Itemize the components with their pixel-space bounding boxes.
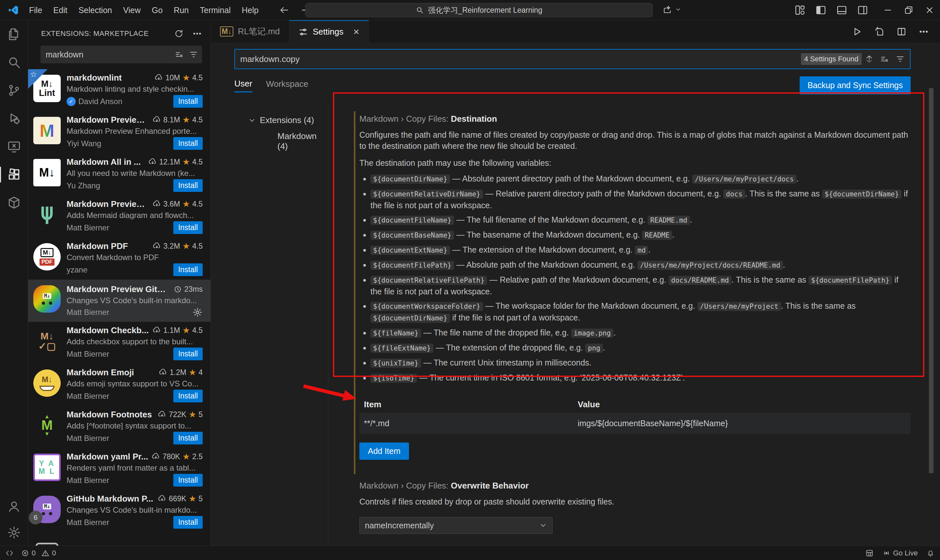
broadcast-icon xyxy=(882,549,891,557)
history-clock-icon xyxy=(173,285,182,294)
extension-item-markdown-preview-mermaid[interactable]: ⋔ Markdown Preview... 3.6M★4.5 Adds Merm… xyxy=(28,195,211,238)
rating-star-icon: ★ xyxy=(182,157,190,167)
variable-bullet: ${fileExtName} — The extension of the dr… xyxy=(371,342,911,354)
install-button[interactable]: Install xyxy=(173,516,203,529)
problems-indicator[interactable]: 0 0 xyxy=(21,549,56,557)
extensions-icon[interactable] xyxy=(0,160,28,189)
extension-item-markdown-footnotes[interactable]: ▲M▼ Markdown Footnotes 722K★5 Adds [^foo… xyxy=(28,406,211,448)
downloads-icon xyxy=(152,200,161,209)
source-control-icon[interactable] xyxy=(0,76,28,105)
menu-view[interactable]: View xyxy=(117,0,146,20)
toggle-secondary-sidebar-icon[interactable] xyxy=(857,5,868,16)
downloads-icon xyxy=(158,368,168,377)
settings-search-box[interactable]: 4 Settings Found xyxy=(234,49,911,69)
filter-icon[interactable] xyxy=(189,50,198,59)
install-button[interactable]: Install xyxy=(173,432,203,445)
search-icon xyxy=(415,6,424,14)
refresh-icon[interactable] xyxy=(174,29,184,38)
notifications-bell-icon[interactable] xyxy=(926,549,935,557)
install-button[interactable]: Install xyxy=(173,179,203,192)
variable-bullet: ${documentFilePath} — Absolute path of t… xyxy=(371,259,911,271)
extensions-search-input[interactable] xyxy=(46,50,175,59)
clear-search-icon[interactable] xyxy=(175,50,184,59)
copilot-icon[interactable] xyxy=(663,5,672,14)
extension-icon: M↓ xyxy=(33,285,61,312)
close-button[interactable] xyxy=(919,0,940,20)
extension-item-markdown-yaml-preamble[interactable]: Y AM L Markdown yaml Pr... 780K★2.5 Rend… xyxy=(28,448,211,490)
add-item-button[interactable]: Add Item xyxy=(359,443,409,460)
rating-star-icon: ★ xyxy=(182,452,190,462)
menu-selection[interactable]: Selection xyxy=(73,0,117,20)
toggle-panel-icon[interactable] xyxy=(836,5,847,16)
toc-extensions[interactable]: Extensions (4) xyxy=(248,115,328,125)
install-button[interactable]: Install xyxy=(173,221,203,234)
scope-tab-workspace[interactable]: Workspace xyxy=(266,79,308,92)
extension-item-markdown-emoji[interactable]: M↓ Markdown Emoji 1.2M★4 Adds emoji synt… xyxy=(28,364,211,406)
toc-markdown[interactable]: Markdown (4) xyxy=(248,131,328,151)
extensions-search-box[interactable] xyxy=(40,46,202,63)
clear-settings-search-icon[interactable] xyxy=(880,54,889,64)
menu-file[interactable]: File xyxy=(23,0,48,20)
restore-button[interactable] xyxy=(898,0,919,20)
more-actions-icon[interactable] xyxy=(192,29,202,38)
search-sidebar-icon[interactable] xyxy=(0,48,28,76)
downloads-icon xyxy=(151,452,160,461)
table-row[interactable]: **/*.md imgs/${documentBaseName}/${fileN… xyxy=(359,413,911,434)
settings-toc: Extensions (4) Markdown (4) xyxy=(234,102,328,546)
settings-sync-icon[interactable] xyxy=(865,55,874,63)
tab-settings[interactable]: Settings × xyxy=(289,20,369,43)
explorer-icon[interactable] xyxy=(0,20,28,48)
extension-icon xyxy=(33,538,61,546)
minimize-button[interactable] xyxy=(877,0,898,20)
install-button[interactable]: Install xyxy=(173,474,203,486)
menu-go[interactable]: Go xyxy=(146,0,168,20)
scope-tab-user[interactable]: User xyxy=(234,78,252,92)
extension-item-markdownlint[interactable]: ☆ M↓Lint markdownlint 10M★4.5 Markdown l… xyxy=(28,69,211,111)
remote-indicator[interactable] xyxy=(5,549,14,557)
menu-edit[interactable]: Edit xyxy=(48,0,73,20)
go-live-button[interactable]: Go Live xyxy=(882,549,918,557)
settings-scrollbar[interactable] xyxy=(929,88,934,473)
menu-run[interactable]: Run xyxy=(168,0,194,20)
install-button[interactable]: Install xyxy=(173,390,203,402)
run-icon[interactable] xyxy=(852,26,862,37)
overwrite-behavior-select[interactable]: nameIncrementally xyxy=(359,517,552,534)
install-button[interactable]: Install xyxy=(173,137,203,150)
column-header-item: Item xyxy=(364,400,578,409)
close-tab-icon[interactable]: × xyxy=(353,26,359,38)
manage-gear-icon[interactable] xyxy=(0,520,28,546)
install-button[interactable]: Install xyxy=(173,95,203,108)
menu-terminal[interactable]: Terminal xyxy=(194,0,236,20)
extension-item-auto-open-markdown[interactable]: Auto-Open Markdo... 620K★4 xyxy=(28,532,211,546)
extension-icon: M↓✓▢ xyxy=(33,327,61,355)
filter-settings-icon[interactable] xyxy=(895,54,905,64)
chevron-down-icon[interactable] xyxy=(675,6,682,13)
live-preview-icon[interactable] xyxy=(0,132,28,160)
install-button[interactable]: Install xyxy=(173,348,203,360)
more-actions-icon[interactable] xyxy=(918,26,929,37)
navigate-back-icon[interactable] xyxy=(279,5,289,15)
settings-search-input[interactable] xyxy=(235,54,801,64)
toggle-primary-sidebar-icon[interactable] xyxy=(815,5,826,16)
extension-item-markdown-preview-github-styling[interactable]: M↓ Markdown Preview Githu... 23ms Change… xyxy=(28,280,211,322)
accounts-icon[interactable] xyxy=(0,494,28,520)
extension-item-github-markdown-preview[interactable]: M↓6 GitHub Markdown P... 669K★5 Changes … xyxy=(28,490,211,532)
backup-sync-settings-button[interactable]: Backup and Sync Settings xyxy=(800,76,911,94)
open-preview-icon[interactable] xyxy=(874,26,885,37)
tab-rl-notes[interactable]: M↓ RL笔记.md xyxy=(211,20,289,43)
split-editor-icon[interactable] xyxy=(896,26,907,37)
destination-map-table: Item Value **/*.md imgs/${documentBaseNa… xyxy=(359,396,911,434)
manage-extension-gear-icon[interactable] xyxy=(192,307,203,317)
ports-grid-icon[interactable] xyxy=(865,549,874,557)
extension-item-markdown-preview-enhanced[interactable]: M Markdown Preview... 8.1M★4.5 Markdown … xyxy=(28,111,211,153)
package-icon[interactable] xyxy=(0,189,28,217)
customize-layout-icon[interactable] xyxy=(794,5,806,16)
command-center-search[interactable]: 强化学习_Reinforcement Learning xyxy=(305,3,653,17)
extension-item-markdown-pdf[interactable]: M↓PDF Markdown PDF 3.2M★4.5 Convert Mark… xyxy=(28,238,211,280)
menu-help[interactable]: Help xyxy=(236,0,264,20)
run-debug-icon[interactable] xyxy=(0,105,28,132)
extension-item-markdown-checkboxes[interactable]: M↓✓▢ Markdown Checkb... 1.1M★4.5 Adds ch… xyxy=(28,322,211,364)
install-button[interactable]: Install xyxy=(173,263,203,276)
column-header-value: Value xyxy=(578,400,600,409)
extension-item-markdown-all-in-one[interactable]: M↓ Markdown All in ... 12.1M★4.5 All you… xyxy=(28,153,211,195)
